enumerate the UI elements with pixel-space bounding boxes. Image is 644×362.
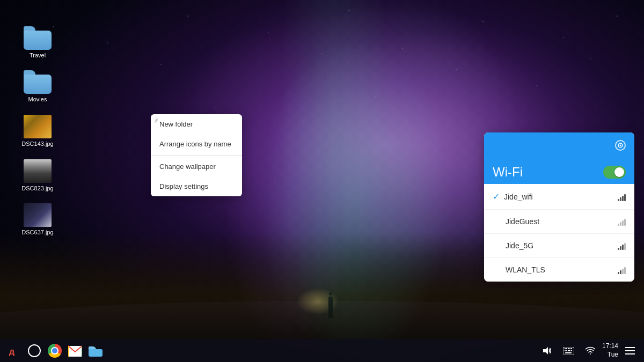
icon-label-dsc637: DSC637.jpg: [21, 229, 53, 236]
svg-text:д: д: [9, 347, 14, 356]
signal-bar-4: [624, 243, 626, 250]
signal-bar-1: [618, 199, 619, 201]
gmail-icon: [68, 345, 82, 357]
wifi-network-jide-wifi[interactable]: ✓ Jide_wifi: [484, 184, 634, 210]
menu-item-display-settings[interactable]: Display settings: [151, 176, 242, 196]
hamburger-icon: [625, 347, 635, 354]
taskbar: д: [0, 339, 644, 362]
signal-bar-3: [622, 220, 624, 226]
svg-rect-15: [568, 350, 570, 351]
wifi-toggle[interactable]: [603, 166, 626, 179]
taskbar-menu-button[interactable]: [620, 341, 640, 360]
remix-os-icon: [28, 344, 41, 357]
folder-icon-travel: [24, 26, 52, 50]
taskbar-time: 17:14 Tue: [602, 342, 618, 359]
signal-bar-1: [618, 248, 619, 250]
desktop-icon-travel[interactable]: Travel: [16, 24, 59, 61]
svg-marker-6: [543, 347, 548, 354]
volume-button[interactable]: [538, 341, 557, 360]
wifi-signal-jide-5g: [618, 241, 626, 250]
desktop-icon-dsc823[interactable]: DSC823.jpg: [16, 157, 59, 194]
thumb-dsc823: [24, 159, 52, 183]
signal-bar-2: [620, 246, 621, 250]
signal-bar-3: [622, 269, 624, 274]
files-button[interactable]: [86, 341, 105, 360]
svg-rect-11: [569, 348, 570, 349]
icon-label-travel: Travel: [30, 52, 46, 59]
menu-divider-1: [151, 155, 242, 156]
signal-bar-2: [620, 270, 621, 274]
keyboard-icon: [564, 347, 574, 354]
wifi-network-name-jide-guest: JideGuest: [506, 217, 618, 226]
svg-rect-10: [568, 348, 569, 349]
signal-bar-3: [622, 196, 624, 201]
desktop-icon-movies[interactable]: Movies: [16, 68, 59, 105]
wifi-network-list: ✓ Jide_wifi JideGuest: [484, 184, 634, 282]
desktop: Travel Movies DSC143.jpg DSC823.jpg DSC6…: [0, 0, 644, 362]
icon-label-movies: Movies: [28, 96, 47, 103]
chrome-button[interactable]: [45, 341, 64, 360]
thumb-dsc143: [24, 115, 52, 138]
wifi-panel-header: [484, 132, 634, 158]
signal-bar-4: [624, 219, 626, 226]
remix-os-button[interactable]: [25, 341, 44, 360]
signal-bar-1: [618, 224, 619, 226]
wifi-title: Wi-Fi: [493, 165, 523, 180]
svg-rect-17: [565, 352, 572, 353]
wifi-check-icon: ✓: [493, 191, 500, 202]
desktop-icon-dsc143[interactable]: DSC143.jpg: [16, 113, 59, 150]
chrome-icon: [48, 344, 62, 358]
menu-item-arrange-icons[interactable]: Arrange icons by name: [151, 134, 242, 154]
signal-bar-2: [620, 222, 621, 226]
wifi-network-name-jide-5g: Jide_5G: [506, 241, 618, 250]
wifi-signal-jide-wifi: [618, 193, 626, 201]
desktop-icon-dsc637[interactable]: DSC637.jpg: [16, 201, 59, 238]
menu-item-change-wallpaper[interactable]: Change wallpaper: [151, 157, 242, 176]
wifi-taskbar-button[interactable]: [581, 341, 600, 360]
icon-label-dsc823: DSC823.jpg: [21, 185, 53, 192]
day-display: Tue: [602, 351, 618, 359]
wifi-panel: Wi-Fi ✓ Jide_wifi JideGuest: [484, 132, 634, 282]
taskbar-apps: д: [4, 341, 105, 360]
gmail-button[interactable]: [65, 341, 85, 360]
taskbar-system: 17:14 Tue: [538, 341, 640, 360]
wifi-network-wlan-tls[interactable]: WLAN_TLS: [484, 258, 634, 282]
jide-logo-button[interactable]: д: [4, 341, 24, 360]
svg-rect-8: [565, 348, 566, 349]
svg-rect-9: [566, 348, 567, 349]
signal-bar-3: [622, 245, 624, 250]
svg-rect-16: [571, 350, 572, 351]
wifi-taskbar-icon: [586, 346, 595, 355]
wifi-network-jide-5g[interactable]: Jide_5G: [484, 234, 634, 258]
wifi-network-jide-guest[interactable]: JideGuest: [484, 210, 634, 234]
icon-label-dsc143: DSC143.jpg: [21, 141, 53, 147]
time-display: 17:14: [602, 342, 618, 351]
signal-bar-1: [618, 272, 619, 274]
folder-icon-movies: [24, 70, 52, 94]
wifi-signal-wlan-tls: [618, 265, 626, 274]
files-icon: [89, 345, 103, 357]
wifi-signal-jide-guest: [618, 217, 626, 226]
light-beam: [296, 288, 339, 315]
context-menu: New folder Arrange icons by name Change …: [151, 114, 242, 196]
svg-point-1: [620, 145, 621, 146]
wifi-title-row: Wi-Fi: [484, 158, 634, 184]
signal-bar-2: [620, 197, 621, 201]
mouse-cursor: [155, 118, 159, 122]
svg-rect-13: [565, 350, 566, 351]
keyboard-button[interactable]: [559, 341, 579, 360]
wifi-network-name-jide-wifi: Jide_wifi: [504, 193, 618, 201]
signal-bar-4: [624, 194, 626, 201]
wifi-settings-icon[interactable]: [615, 140, 626, 151]
menu-item-new-folder[interactable]: New folder: [151, 114, 242, 134]
volume-icon: [543, 346, 552, 356]
person-silhouette: [328, 297, 333, 318]
svg-rect-12: [571, 348, 572, 349]
wifi-network-name-wlan-tls: WLAN_TLS: [506, 265, 618, 274]
thumb-dsc637: [24, 203, 52, 227]
svg-rect-14: [566, 350, 567, 351]
signal-bar-4: [624, 267, 626, 274]
